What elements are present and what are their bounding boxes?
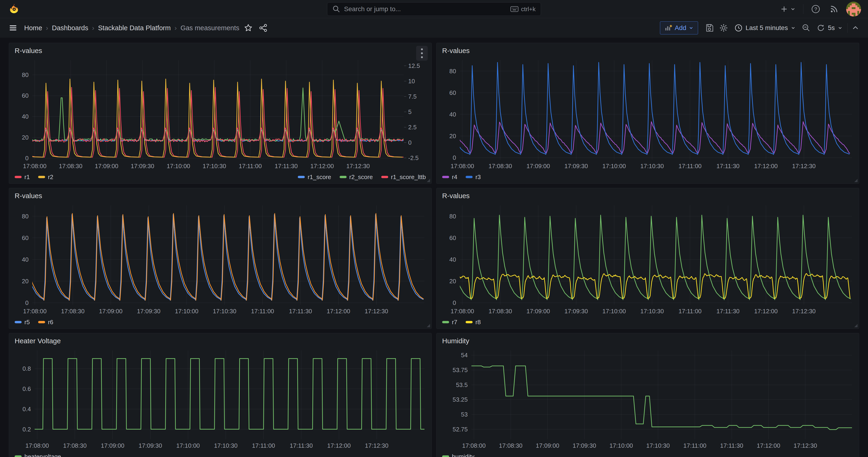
chart-legend: r1r2r1_scorer2_scorer1_score_lttb — [14, 172, 426, 183]
svg-text:17:08:30: 17:08:30 — [63, 442, 87, 449]
svg-text:17:08:00: 17:08:00 — [451, 162, 474, 170]
zoom-out-time-button[interactable] — [800, 22, 812, 34]
save-dashboard-button[interactable] — [704, 22, 715, 34]
news-button[interactable] — [828, 3, 840, 15]
favorite-star-button[interactable] — [243, 22, 254, 34]
panel-title[interactable]: Heater Voltage — [9, 333, 431, 345]
svg-text:17:10:00: 17:10:00 — [175, 308, 198, 315]
legend-item[interactable]: r2 — [38, 174, 53, 181]
svg-text:17:09:30: 17:09:30 — [131, 162, 154, 170]
legend-label: r2 — [48, 174, 53, 181]
svg-text:53.25: 53.25 — [453, 396, 468, 403]
svg-text:17:11:30: 17:11:30 — [716, 308, 739, 315]
breadcrumb-folder[interactable]: Stackable Data Platform — [98, 24, 171, 32]
breadcrumb-home[interactable]: Home — [24, 24, 42, 32]
panel-title[interactable]: R-values — [437, 188, 859, 200]
svg-text:17:11:00: 17:11:00 — [252, 442, 275, 449]
legend-item[interactable]: r8 — [466, 318, 481, 326]
legend-label: r1_score — [308, 174, 331, 181]
series-r6 — [19, 213, 424, 300]
legend-label: r7 — [452, 318, 457, 326]
panel-title[interactable]: R-values — [9, 43, 431, 55]
legend-item[interactable]: r2_score — [340, 174, 373, 181]
chart-legend: r7r8 — [442, 316, 854, 328]
legend-swatch — [381, 176, 388, 178]
svg-text:17:08:00: 17:08:00 — [25, 442, 49, 449]
legend-item[interactable]: r7 — [442, 318, 457, 326]
timeseries-chart[interactable]: 17:08:0017:08:3017:09:0017:09:3017:10:00… — [9, 203, 431, 315]
series-r2 — [19, 79, 402, 157]
svg-text:17:08:30: 17:08:30 — [499, 442, 522, 449]
svg-text:17:12:00: 17:12:00 — [310, 162, 334, 170]
add-panel-button[interactable]: Add — [660, 21, 698, 34]
panel-title[interactable]: R-values — [9, 188, 431, 200]
panel-r-values-r3-r4: R-values 17:08:0017:08:3017:09:0017:09:3… — [436, 43, 859, 184]
breadcrumb: Home › Dashboards › Stackable Data Platf… — [24, 24, 239, 32]
svg-text:17:11:00: 17:11:00 — [251, 308, 274, 315]
dashboard-settings-button[interactable] — [718, 22, 730, 34]
legend-label: r6 — [48, 318, 53, 326]
chart-svg: 17:08:0017:08:3017:09:0017:09:3017:10:00… — [9, 348, 431, 450]
svg-text:17:08:00: 17:08:00 — [23, 162, 46, 170]
chart-svg: 17:08:0017:08:3017:09:0017:09:3017:10:00… — [437, 57, 859, 171]
legend-item[interactable]: r4 — [442, 174, 457, 181]
legend-item[interactable]: r3 — [466, 174, 481, 181]
add-panel-icon — [664, 24, 672, 32]
svg-text:60: 60 — [450, 235, 456, 241]
legend-item[interactable]: r1_score — [298, 174, 331, 181]
topbar-right-actions: ? — [778, 2, 861, 17]
breadcrumb-current-dashboard: Gas measurements — [180, 24, 239, 32]
svg-text:17:10:00: 17:10:00 — [176, 442, 200, 449]
panel-title[interactable]: R-values — [437, 43, 859, 55]
svg-text:-2.5: -2.5 — [408, 154, 418, 161]
legend-label: r1_score_lttb — [391, 174, 426, 181]
new-menu-button[interactable] — [778, 3, 797, 14]
legend-item[interactable]: r1 — [14, 174, 30, 181]
panel-title[interactable]: Humidity — [437, 333, 859, 345]
legend-item[interactable]: humidity — [442, 453, 474, 457]
legend-item[interactable]: r6 — [38, 318, 53, 326]
grafana-logo[interactable] — [7, 3, 21, 15]
svg-text:40: 40 — [22, 256, 29, 263]
svg-text:17:09:00: 17:09:00 — [99, 308, 123, 315]
legend-swatch — [442, 321, 449, 323]
timeseries-chart[interactable]: 17:08:0017:08:3017:09:0017:09:3017:10:00… — [437, 203, 859, 315]
legend-swatch — [466, 321, 473, 323]
svg-text:17:11:30: 17:11:30 — [716, 162, 739, 170]
chevron-down-icon — [688, 25, 694, 30]
timeseries-chart[interactable]: 17:08:0017:08:3017:09:0017:09:3017:10:00… — [9, 348, 431, 450]
mega-menu-button[interactable] — [7, 22, 19, 34]
svg-text:17:08:30: 17:08:30 — [61, 308, 85, 315]
user-avatar[interactable] — [846, 2, 861, 17]
timeseries-chart[interactable]: 17:08:0017:08:3017:09:0017:09:3017:10:00… — [9, 57, 431, 171]
share-button[interactable] — [257, 22, 269, 34]
svg-text:?: ? — [814, 6, 817, 12]
grafana-flame-icon — [9, 3, 20, 15]
legend-item[interactable]: r1_score_lttb — [381, 174, 426, 181]
collapse-toolbar-button[interactable] — [850, 22, 861, 33]
svg-text:17:09:30: 17:09:30 — [138, 442, 162, 449]
refresh-picker[interactable]: 5s — [814, 22, 845, 34]
svg-text:10: 10 — [408, 78, 415, 85]
rss-icon — [829, 4, 839, 14]
svg-text:17:09:00: 17:09:00 — [527, 308, 550, 315]
legend-item[interactable]: r5 — [14, 318, 30, 326]
svg-text:80: 80 — [22, 71, 29, 79]
svg-text:17:12:00: 17:12:00 — [754, 162, 778, 170]
breadcrumb-dashboards[interactable]: Dashboards — [52, 24, 88, 32]
search-input[interactable]: Search or jump to... ctrl+k — [327, 2, 541, 16]
help-button[interactable]: ? — [809, 3, 822, 16]
svg-text:2.5: 2.5 — [408, 124, 416, 131]
svg-text:17:10:00: 17:10:00 — [167, 162, 190, 170]
legend-item[interactable]: heatervoltage — [14, 453, 61, 457]
timeseries-chart[interactable]: 17:08:0017:08:3017:09:0017:09:3017:10:00… — [437, 348, 859, 450]
timeseries-chart[interactable]: 17:08:0017:08:3017:09:0017:09:3017:10:00… — [437, 57, 859, 171]
panel-r-values-scores: R-values 17:08:0017:08:3017:09:0017:09:3… — [9, 43, 432, 184]
search-placeholder: Search or jump to... — [344, 5, 506, 13]
time-range-picker[interactable]: Last 5 minutes — [732, 22, 798, 34]
svg-text:80: 80 — [450, 68, 456, 75]
svg-text:17:10:30: 17:10:30 — [646, 442, 670, 449]
zoom-out-icon — [802, 24, 811, 32]
svg-text:53.5: 53.5 — [456, 382, 468, 388]
chart-legend: heatervoltage — [14, 451, 426, 457]
